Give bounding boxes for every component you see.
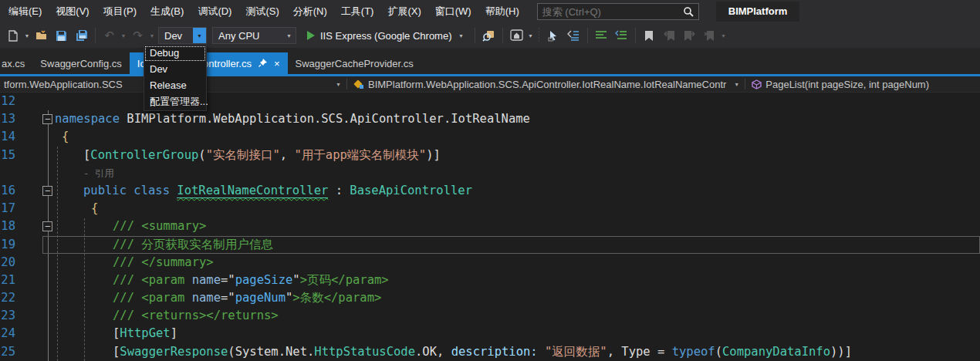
dropdown-item[interactable]: 配置管理器... bbox=[144, 94, 206, 110]
code-line-13[interactable]: 13−namespace BIMPlatform.WebApplication.… bbox=[0, 110, 980, 128]
code-line-18[interactable]: 18−/// <summary> bbox=[0, 218, 980, 235]
save-all-icon[interactable] bbox=[72, 26, 91, 45]
browser-home-caret[interactable]: ▼ bbox=[527, 33, 535, 39]
bookmark-icon[interactable] bbox=[640, 26, 659, 45]
chevron-down-icon[interactable]: ▼ bbox=[282, 28, 296, 43]
outlining-line bbox=[48, 289, 49, 307]
code-token: typeof bbox=[672, 345, 715, 359]
menu-item[interactable]: 视图(V) bbox=[49, 0, 96, 23]
code-token: (System.Net. bbox=[228, 345, 314, 359]
save-icon[interactable] bbox=[52, 26, 71, 45]
chevron-down-icon[interactable]: ▼ bbox=[332, 82, 345, 87]
outlining-line bbox=[48, 254, 49, 272]
code-line-17[interactable]: 17{ bbox=[0, 200, 980, 218]
code-line-22[interactable]: 22/// <param name="pageNum">条数</param> bbox=[0, 289, 980, 307]
redo-caret[interactable]: ▼ bbox=[148, 33, 156, 39]
menu-item[interactable]: 生成(B) bbox=[144, 0, 191, 23]
code-token bbox=[538, 345, 545, 359]
bookmarks-caret[interactable]: ▼ bbox=[720, 33, 728, 39]
breadcrumb-segment[interactable]: BIMPlatform.WebApplication.SCS.ApiContro… bbox=[349, 76, 743, 92]
menu-bar: 编辑(E)视图(V)项目(P)生成(B)调试(D)测试(S)分析(N)工具(T)… bbox=[2, 0, 526, 23]
search-input[interactable] bbox=[542, 6, 683, 18]
menu-item[interactable]: 测试(S) bbox=[238, 0, 286, 23]
menu-item[interactable]: 扩展(X) bbox=[380, 0, 427, 23]
code-line-19[interactable]: 19/// 分页获取实名制用户信息 bbox=[0, 236, 980, 254]
play-icon bbox=[307, 31, 315, 40]
menu-item[interactable]: 分析(N) bbox=[286, 0, 334, 23]
code-line-20[interactable]: 20/// </summary> bbox=[0, 254, 980, 272]
breadcrumb-segment[interactable]: PageList(int pageSize, int pageNum) bbox=[747, 76, 933, 92]
chevron-down-icon[interactable]: ▼ bbox=[730, 82, 743, 87]
code-token bbox=[170, 184, 177, 197]
tab-SwaggerConfig.cs[interactable]: SwaggerConfig.cs bbox=[32, 52, 130, 74]
menu-item[interactable]: 帮助(H) bbox=[478, 0, 526, 23]
toolbar-separator bbox=[587, 28, 588, 43]
solution-platforms-value: Any CPU bbox=[213, 30, 282, 42]
code-text: { bbox=[55, 200, 98, 218]
dropdown-item[interactable]: Debug bbox=[144, 46, 206, 62]
code-line-15[interactable]: 15[ControllerGroup("实名制接口", "用于app端实名制模块… bbox=[0, 147, 980, 164]
menu-item[interactable]: 窗口(W) bbox=[428, 0, 478, 23]
code-line-25[interactable]: 25[SwaggerResponse(System.Net.HttpStatus… bbox=[0, 343, 980, 361]
line-number: 21 bbox=[0, 272, 17, 289]
dropdown-item[interactable]: Dev bbox=[144, 62, 206, 78]
close-icon[interactable]: × bbox=[274, 59, 280, 69]
redo-icon[interactable]: ↷ bbox=[128, 26, 147, 45]
tab-ax.cs[interactable]: ax.cs bbox=[0, 52, 32, 74]
attach-to-process-icon[interactable] bbox=[479, 26, 498, 45]
code-token: , bbox=[280, 148, 295, 162]
line-number: 18 bbox=[0, 218, 17, 235]
menu-item[interactable]: 工具(T) bbox=[334, 0, 381, 23]
code-text: [HttpGet] bbox=[55, 325, 177, 342]
uncomment-icon[interactable] bbox=[612, 26, 631, 45]
toolbar-separator bbox=[475, 28, 475, 43]
open-file-icon[interactable] bbox=[32, 26, 51, 45]
start-debugging-caret[interactable]: ▼ bbox=[458, 33, 465, 39]
code-text: /// 分页获取实名制用户信息 bbox=[55, 236, 273, 254]
code-token: [ bbox=[83, 148, 90, 162]
code-line-16[interactable]: 16−public class IotRealNameController : … bbox=[0, 182, 980, 200]
chevron-down-icon[interactable]: ▼ bbox=[193, 28, 206, 43]
code-line-14[interactable]: 14{ bbox=[0, 128, 980, 146]
menu-item[interactable]: 项目(P) bbox=[96, 0, 144, 23]
code-line-24[interactable]: 24[HttpGet] bbox=[0, 325, 980, 342]
pin-icon[interactable] bbox=[259, 59, 267, 67]
new-file-caret[interactable]: ▼ bbox=[23, 33, 31, 39]
collapse-box[interactable]: − bbox=[42, 221, 52, 231]
search-icon bbox=[683, 6, 694, 17]
code-token: >条数</param> bbox=[292, 291, 381, 305]
line-number: 15 bbox=[0, 147, 17, 164]
code-token: /// <param bbox=[113, 273, 192, 287]
start-debugging-button[interactable]: IIS Express (Google Chrome) ▼ bbox=[302, 30, 471, 42]
breadcrumb-separator bbox=[346, 79, 347, 89]
codelens-line[interactable]: - 引用 bbox=[0, 164, 980, 182]
collapse-box[interactable]: − bbox=[42, 114, 52, 124]
browser-home-icon[interactable] bbox=[507, 26, 526, 45]
dropdown-item[interactable]: Release bbox=[144, 78, 206, 94]
tab-SwaggerCacheProvider.cs[interactable]: SwaggerCacheProvider.cs bbox=[288, 52, 421, 74]
outlining-margin bbox=[42, 164, 55, 182]
menu-item[interactable]: 编辑(E) bbox=[2, 0, 49, 23]
solution-platforms-combo[interactable]: Any CPU ▼ bbox=[212, 27, 296, 44]
code-editor[interactable]: 1213−namespace BIMPlatform.WebApplicatio… bbox=[0, 93, 980, 361]
solution-configurations-combo[interactable]: Dev ▼ bbox=[158, 27, 207, 44]
document-outline-icon[interactable] bbox=[564, 26, 583, 45]
collapse-box[interactable]: − bbox=[42, 186, 52, 196]
clear-bookmarks-icon[interactable] bbox=[700, 26, 719, 45]
new-file-icon[interactable] bbox=[3, 26, 22, 45]
outlining-line bbox=[48, 236, 49, 254]
previous-bookmark-icon[interactable] bbox=[660, 26, 679, 45]
pin-icon-wrap[interactable] bbox=[259, 58, 267, 69]
menu-item[interactable]: 调试(D) bbox=[191, 0, 238, 23]
pointer-icon[interactable] bbox=[544, 26, 563, 45]
undo-caret[interactable]: ▼ bbox=[120, 33, 127, 39]
code-line-23[interactable]: 23/// <returns></returns> bbox=[0, 307, 980, 325]
quick-search-box[interactable] bbox=[537, 3, 699, 20]
next-bookmark-icon[interactable] bbox=[680, 26, 699, 45]
outlining-margin bbox=[42, 147, 55, 164]
code-line-21[interactable]: 21/// <param name="pageSize">页码</param> bbox=[0, 272, 980, 289]
codelens-references[interactable]: - 引用 bbox=[55, 164, 114, 182]
undo-icon[interactable]: ↶ bbox=[100, 26, 119, 45]
comment-icon[interactable] bbox=[592, 26, 611, 45]
breadcrumb-label: BIMPlatform.WebApplication.SCS.ApiContro… bbox=[364, 79, 730, 90]
